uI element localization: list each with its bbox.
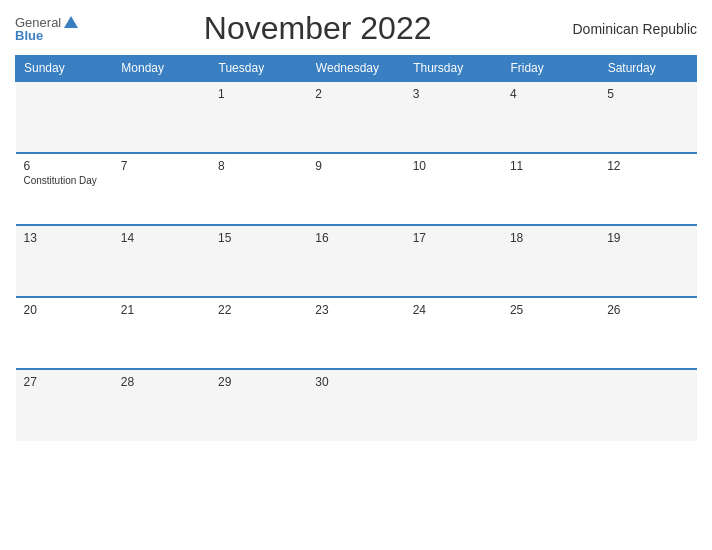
calendar-cell: 5 [599,81,696,153]
day-number: 22 [218,303,299,317]
week-row-2: 6Constitution Day789101112 [16,153,697,225]
calendar-cell: 4 [502,81,599,153]
day-number: 11 [510,159,591,173]
day-number: 27 [24,375,105,389]
country-name: Dominican Republic [557,21,697,37]
day-number: 4 [510,87,591,101]
calendar-cell: 22 [210,297,307,369]
day-number: 20 [24,303,105,317]
logo-area: General Blue [15,16,78,42]
day-number: 1 [218,87,299,101]
weekday-header-row: SundayMondayTuesdayWednesdayThursdayFrid… [16,56,697,82]
calendar-cell: 14 [113,225,210,297]
day-number: 21 [121,303,202,317]
calendar-cell [405,369,502,441]
day-number: 24 [413,303,494,317]
week-row-1: 12345 [16,81,697,153]
day-number: 14 [121,231,202,245]
day-number: 5 [607,87,688,101]
calendar-cell [599,369,696,441]
day-number: 3 [413,87,494,101]
calendar-grid: SundayMondayTuesdayWednesdayThursdayFrid… [15,55,697,441]
day-number: 9 [315,159,396,173]
calendar-cell: 15 [210,225,307,297]
day-number: 30 [315,375,396,389]
weekday-header-tuesday: Tuesday [210,56,307,82]
calendar-cell: 20 [16,297,113,369]
day-number: 13 [24,231,105,245]
day-number: 25 [510,303,591,317]
day-number: 12 [607,159,688,173]
calendar-cell: 2 [307,81,404,153]
calendar-cell [113,81,210,153]
calendar-cell: 30 [307,369,404,441]
calendar-cell: 19 [599,225,696,297]
holiday-label: Constitution Day [24,175,105,186]
day-number: 18 [510,231,591,245]
month-title: November 2022 [78,10,557,47]
calendar-cell: 26 [599,297,696,369]
calendar-cell: 11 [502,153,599,225]
weekday-header-thursday: Thursday [405,56,502,82]
day-number: 26 [607,303,688,317]
day-number: 29 [218,375,299,389]
calendar-cell [16,81,113,153]
calendar-cell: 3 [405,81,502,153]
calendar-cell: 10 [405,153,502,225]
calendar-cell: 18 [502,225,599,297]
day-number: 8 [218,159,299,173]
weekday-header-wednesday: Wednesday [307,56,404,82]
day-number: 19 [607,231,688,245]
weekday-header-monday: Monday [113,56,210,82]
day-number: 17 [413,231,494,245]
day-number: 23 [315,303,396,317]
logo-general: General [15,16,61,29]
calendar-cell: 28 [113,369,210,441]
calendar-cell: 13 [16,225,113,297]
logo-blue: Blue [15,29,43,42]
calendar-cell: 17 [405,225,502,297]
day-number: 28 [121,375,202,389]
calendar-header: General Blue November 2022 Dominican Rep… [15,10,697,47]
weekday-header-sunday: Sunday [16,56,113,82]
calendar-cell [502,369,599,441]
weekday-header-saturday: Saturday [599,56,696,82]
day-number: 16 [315,231,396,245]
day-number: 7 [121,159,202,173]
logo-triangle-icon [64,16,78,28]
calendar-cell: 21 [113,297,210,369]
calendar-cell: 9 [307,153,404,225]
day-number: 10 [413,159,494,173]
week-row-5: 27282930 [16,369,697,441]
calendar-cell: 7 [113,153,210,225]
weekday-header-friday: Friday [502,56,599,82]
calendar-cell: 27 [16,369,113,441]
day-number: 15 [218,231,299,245]
calendar-container: General Blue November 2022 Dominican Rep… [0,0,712,550]
week-row-4: 20212223242526 [16,297,697,369]
calendar-cell: 6Constitution Day [16,153,113,225]
calendar-cell: 16 [307,225,404,297]
calendar-cell: 24 [405,297,502,369]
week-row-3: 13141516171819 [16,225,697,297]
calendar-cell: 1 [210,81,307,153]
day-number: 6 [24,159,105,173]
day-number: 2 [315,87,396,101]
calendar-cell: 23 [307,297,404,369]
calendar-cell: 12 [599,153,696,225]
calendar-cell: 29 [210,369,307,441]
calendar-cell: 25 [502,297,599,369]
calendar-cell: 8 [210,153,307,225]
